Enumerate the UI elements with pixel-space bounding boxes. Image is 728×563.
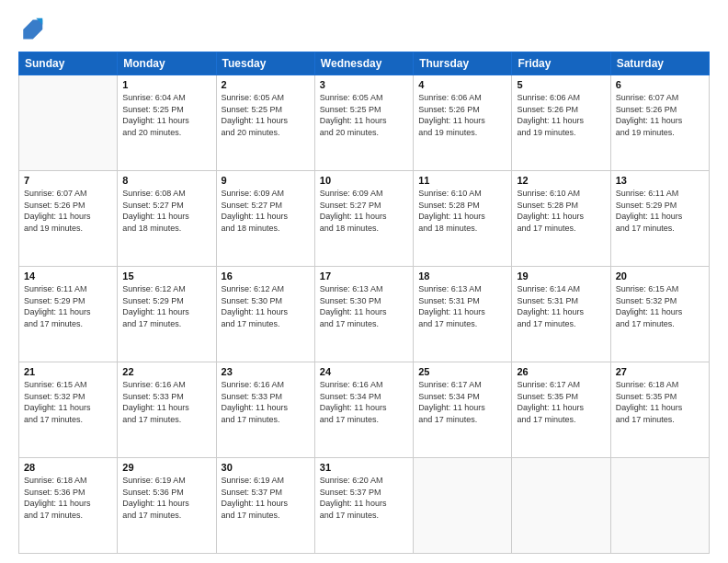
day-info: Sunrise: 6:16 AM Sunset: 5:33 PM Dayligh… [122, 379, 210, 425]
calendar-cell: 19Sunrise: 6:14 AM Sunset: 5:31 PM Dayli… [512, 267, 610, 362]
day-number: 1 [122, 79, 210, 90]
day-info: Sunrise: 6:12 AM Sunset: 5:29 PM Dayligh… [122, 283, 210, 329]
day-info: Sunrise: 6:13 AM Sunset: 5:30 PM Dayligh… [320, 283, 408, 329]
calendar-cell: 15Sunrise: 6:12 AM Sunset: 5:29 PM Dayli… [118, 267, 216, 362]
calendar-cell: 24Sunrise: 6:16 AM Sunset: 5:34 PM Dayli… [314, 362, 413, 458]
calendar-cell: 2Sunrise: 6:05 AM Sunset: 5:25 PM Daylig… [216, 75, 314, 171]
week-row-0: 1Sunrise: 6:04 AM Sunset: 5:25 PM Daylig… [19, 75, 710, 171]
day-info: Sunrise: 6:17 AM Sunset: 5:35 PM Dayligh… [517, 379, 605, 425]
calendar-cell: 17Sunrise: 6:13 AM Sunset: 5:30 PM Dayli… [314, 267, 413, 362]
day-info: Sunrise: 6:10 AM Sunset: 5:28 PM Dayligh… [517, 188, 605, 234]
calendar-cell: 27Sunrise: 6:18 AM Sunset: 5:35 PM Dayli… [610, 362, 709, 458]
day-info: Sunrise: 6:09 AM Sunset: 5:27 PM Dayligh… [222, 188, 310, 234]
calendar-cell: 8Sunrise: 6:08 AM Sunset: 5:27 PM Daylig… [118, 171, 216, 267]
day-number: 14 [24, 270, 112, 282]
day-number: 10 [320, 175, 408, 186]
calendar-cell: 29Sunrise: 6:19 AM Sunset: 5:36 PM Dayli… [118, 458, 216, 554]
day-number: 25 [418, 366, 506, 377]
day-number: 11 [418, 175, 506, 186]
calendar-cell: 18Sunrise: 6:13 AM Sunset: 5:31 PM Dayli… [414, 267, 512, 362]
logo [18, 17, 48, 42]
col-header-friday: Friday [512, 52, 610, 75]
day-number: 6 [616, 79, 704, 90]
calendar-cell: 25Sunrise: 6:17 AM Sunset: 5:34 PM Dayli… [414, 362, 512, 458]
calendar-header-row: SundayMondayTuesdayWednesdayThursdayFrid… [19, 52, 710, 75]
day-number: 15 [122, 270, 210, 282]
week-row-4: 28Sunrise: 6:18 AM Sunset: 5:36 PM Dayli… [19, 458, 710, 554]
calendar-cell: 16Sunrise: 6:12 AM Sunset: 5:30 PM Dayli… [216, 267, 314, 362]
day-number: 26 [517, 366, 605, 377]
calendar-table: SundayMondayTuesdayWednesdayThursdayFrid… [18, 52, 710, 554]
day-number: 21 [24, 366, 112, 377]
day-number: 3 [320, 79, 408, 90]
col-header-thursday: Thursday [414, 52, 512, 75]
day-info: Sunrise: 6:06 AM Sunset: 5:26 PM Dayligh… [517, 92, 605, 138]
day-number: 13 [616, 175, 704, 186]
day-number: 17 [320, 270, 408, 282]
day-info: Sunrise: 6:16 AM Sunset: 5:33 PM Dayligh… [222, 379, 310, 425]
day-number: 23 [222, 366, 310, 377]
calendar-cell: 20Sunrise: 6:15 AM Sunset: 5:32 PM Dayli… [610, 267, 709, 362]
day-info: Sunrise: 6:09 AM Sunset: 5:27 PM Dayligh… [320, 188, 408, 234]
day-info: Sunrise: 6:12 AM Sunset: 5:30 PM Dayligh… [222, 283, 310, 329]
calendar-cell: 23Sunrise: 6:16 AM Sunset: 5:33 PM Dayli… [216, 362, 314, 458]
day-number: 4 [418, 79, 506, 90]
calendar-cell: 22Sunrise: 6:16 AM Sunset: 5:33 PM Dayli… [118, 362, 216, 458]
week-row-1: 7Sunrise: 6:07 AM Sunset: 5:26 PM Daylig… [19, 171, 710, 267]
calendar-cell: 1Sunrise: 6:04 AM Sunset: 5:25 PM Daylig… [118, 75, 216, 171]
day-info: Sunrise: 6:18 AM Sunset: 5:35 PM Dayligh… [616, 379, 704, 425]
day-number: 22 [122, 366, 210, 377]
page: SundayMondayTuesdayWednesdayThursdayFrid… [0, 0, 728, 563]
calendar-cell: 7Sunrise: 6:07 AM Sunset: 5:26 PM Daylig… [19, 171, 118, 267]
day-info: Sunrise: 6:06 AM Sunset: 5:26 PM Dayligh… [418, 92, 506, 138]
day-info: Sunrise: 6:16 AM Sunset: 5:34 PM Dayligh… [320, 379, 408, 425]
day-info: Sunrise: 6:15 AM Sunset: 5:32 PM Dayligh… [24, 379, 112, 425]
week-row-2: 14Sunrise: 6:11 AM Sunset: 5:29 PM Dayli… [19, 267, 710, 362]
day-number: 2 [222, 79, 310, 90]
day-info: Sunrise: 6:19 AM Sunset: 5:37 PM Dayligh… [222, 475, 310, 521]
day-info: Sunrise: 6:13 AM Sunset: 5:31 PM Dayligh… [418, 283, 506, 329]
day-info: Sunrise: 6:07 AM Sunset: 5:26 PM Dayligh… [24, 188, 112, 234]
day-number: 8 [122, 175, 210, 186]
calendar-cell [610, 458, 709, 554]
day-number: 28 [24, 462, 112, 473]
day-info: Sunrise: 6:14 AM Sunset: 5:31 PM Dayligh… [517, 283, 605, 329]
day-number: 24 [320, 366, 408, 377]
calendar-cell: 30Sunrise: 6:19 AM Sunset: 5:37 PM Dayli… [216, 458, 314, 554]
calendar-cell [19, 75, 118, 171]
day-info: Sunrise: 6:11 AM Sunset: 5:29 PM Dayligh… [616, 188, 704, 234]
calendar-cell: 12Sunrise: 6:10 AM Sunset: 5:28 PM Dayli… [512, 171, 610, 267]
day-info: Sunrise: 6:19 AM Sunset: 5:36 PM Dayligh… [122, 475, 210, 521]
day-number: 27 [616, 366, 704, 377]
calendar-cell: 4Sunrise: 6:06 AM Sunset: 5:26 PM Daylig… [414, 75, 512, 171]
calendar-cell [512, 458, 610, 554]
day-info: Sunrise: 6:17 AM Sunset: 5:34 PM Dayligh… [418, 379, 506, 425]
day-number: 29 [122, 462, 210, 473]
calendar-cell: 21Sunrise: 6:15 AM Sunset: 5:32 PM Dayli… [19, 362, 118, 458]
day-number: 31 [320, 462, 408, 473]
calendar-cell: 3Sunrise: 6:05 AM Sunset: 5:25 PM Daylig… [314, 75, 413, 171]
calendar-cell: 14Sunrise: 6:11 AM Sunset: 5:29 PM Dayli… [19, 267, 118, 362]
day-info: Sunrise: 6:05 AM Sunset: 5:25 PM Dayligh… [320, 92, 408, 138]
calendar-cell: 28Sunrise: 6:18 AM Sunset: 5:36 PM Dayli… [19, 458, 118, 554]
col-header-saturday: Saturday [610, 52, 709, 75]
logo-icon [18, 17, 44, 42]
day-number: 18 [418, 270, 506, 282]
calendar-cell: 6Sunrise: 6:07 AM Sunset: 5:26 PM Daylig… [610, 75, 709, 171]
day-info: Sunrise: 6:18 AM Sunset: 5:36 PM Dayligh… [24, 475, 112, 521]
day-info: Sunrise: 6:20 AM Sunset: 5:37 PM Dayligh… [320, 475, 408, 521]
calendar-cell [414, 458, 512, 554]
day-number: 19 [517, 270, 605, 282]
calendar-cell: 31Sunrise: 6:20 AM Sunset: 5:37 PM Dayli… [314, 458, 413, 554]
calendar-cell: 5Sunrise: 6:06 AM Sunset: 5:26 PM Daylig… [512, 75, 610, 171]
day-info: Sunrise: 6:11 AM Sunset: 5:29 PM Dayligh… [24, 283, 112, 329]
day-info: Sunrise: 6:15 AM Sunset: 5:32 PM Dayligh… [616, 283, 704, 329]
col-header-sunday: Sunday [19, 52, 118, 75]
calendar-cell: 26Sunrise: 6:17 AM Sunset: 5:35 PM Dayli… [512, 362, 610, 458]
calendar-cell: 13Sunrise: 6:11 AM Sunset: 5:29 PM Dayli… [610, 171, 709, 267]
day-number: 16 [222, 270, 310, 282]
day-number: 12 [517, 175, 605, 186]
col-header-tuesday: Tuesday [216, 52, 314, 75]
calendar-cell: 11Sunrise: 6:10 AM Sunset: 5:28 PM Dayli… [414, 171, 512, 267]
calendar-cell: 10Sunrise: 6:09 AM Sunset: 5:27 PM Dayli… [314, 171, 413, 267]
